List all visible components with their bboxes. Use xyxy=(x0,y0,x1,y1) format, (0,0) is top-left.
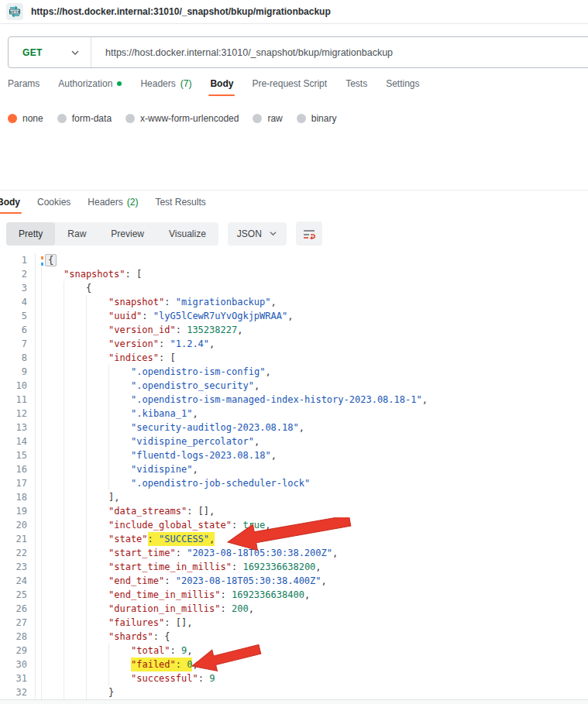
indent-guide xyxy=(64,532,86,546)
code-line: 11".opendistro-ism-managed-index-history… xyxy=(0,393,588,407)
format-select-value: JSON xyxy=(237,228,262,239)
radio-x-www-form-urlencoded[interactable]: x-www-form-urlencoded xyxy=(126,113,239,124)
token-p: : xyxy=(221,589,232,600)
radio-label: x-www-form-urlencoded xyxy=(140,113,239,124)
view-mode-segments: PrettyRawPreviewVisualize xyxy=(6,222,218,246)
indent-guide xyxy=(41,630,64,644)
body-mode-radios: noneform-datax-www-form-urlencodedrawbin… xyxy=(8,113,336,124)
indent-guide xyxy=(64,448,86,462)
response-tab-test-results[interactable]: Test Results xyxy=(155,197,205,214)
response-tab-headers[interactable]: Headers(2) xyxy=(88,197,138,214)
line-content: ".opendistro-ism-config", xyxy=(36,365,271,379)
line-number: 21 xyxy=(0,532,36,546)
indent-guide xyxy=(41,532,64,546)
token-p: : [], xyxy=(187,506,215,517)
indent-guide xyxy=(41,337,64,351)
code-line: 31"successful": 9 xyxy=(0,671,588,685)
token-k: "shards" xyxy=(108,631,153,642)
indent-guide xyxy=(64,490,86,504)
radio-raw[interactable]: raw xyxy=(253,113,282,124)
section-divider xyxy=(0,190,588,191)
indent-guide xyxy=(41,504,64,518)
radio-binary[interactable]: binary xyxy=(297,113,337,124)
matched-brace-box: { xyxy=(45,254,57,266)
token-p: , xyxy=(332,548,338,558)
token-s: ".opendistro-ism-managed-index-history-2… xyxy=(131,394,422,405)
tab-settings[interactable]: Settings xyxy=(386,78,419,96)
code-line: 16"vidispine", xyxy=(0,462,588,476)
token-p: , xyxy=(187,645,192,656)
tab-params[interactable]: Params xyxy=(8,78,40,96)
token-p: { xyxy=(48,255,53,266)
radio-dot-icon xyxy=(57,114,67,123)
wrap-line-icon xyxy=(303,228,315,239)
code-line: 20"include_global_state": true, xyxy=(0,518,588,532)
indent-guide xyxy=(86,644,108,658)
tab-label: Params xyxy=(8,78,40,89)
radio-form-data[interactable]: form-data xyxy=(57,113,112,124)
code-line: 5"uuid": "lyG5lCewR7uYvOgkjpWRAA", xyxy=(0,309,588,323)
line-number: 9 xyxy=(0,365,36,379)
url-input[interactable]: https://host.docker.internal:31010/_snap… xyxy=(91,47,393,58)
indent-guide xyxy=(41,602,64,616)
tab-pre-request-script[interactable]: Pre-request Script xyxy=(252,78,327,96)
code-line: 2"snapshots": [ xyxy=(0,267,588,281)
view-mode-raw[interactable]: Raw xyxy=(55,222,98,246)
line-content: "state": "SUCCESS", xyxy=(36,532,215,546)
indent-guide xyxy=(86,658,108,671)
tab-headers[interactable]: Headers(7) xyxy=(140,78,191,96)
line-number: 10 xyxy=(0,379,36,393)
token-k: "start_time" xyxy=(108,548,176,558)
token-p: : xyxy=(176,658,187,671)
response-body-json[interactable]: 1{2"snapshots": [3{4"snapshot": "migrati… xyxy=(0,253,588,699)
code-line: 22"start_time": "2023-08-18T05:30:38.200… xyxy=(0,546,588,560)
tab-count-badge: (7) xyxy=(181,78,192,89)
request-tab-header: HTTP https://host.docker.internal:31010/… xyxy=(0,0,588,24)
view-mode-pretty[interactable]: Pretty xyxy=(6,222,55,246)
method-selector[interactable]: GET xyxy=(9,37,91,67)
format-select[interactable]: JSON xyxy=(228,222,287,246)
wrap-line-button[interactable] xyxy=(296,222,322,246)
line-content: ], xyxy=(36,490,119,504)
line-content: "include_global_state": true, xyxy=(36,518,271,532)
code-line: 23"start_time_in_millis": 1692336638200, xyxy=(0,560,588,574)
view-mode-preview[interactable]: Preview xyxy=(98,222,156,246)
indent-guide xyxy=(64,421,86,434)
token-k: "indices" xyxy=(108,352,159,363)
indent-guide xyxy=(41,323,64,337)
code-line: 24"end_time": "2023-08-18T05:30:38.400Z"… xyxy=(0,574,588,588)
line-number: 16 xyxy=(0,462,36,476)
token-k: "include_global_state" xyxy=(108,520,232,531)
token-p: : xyxy=(164,575,175,586)
token-p: , xyxy=(287,311,293,321)
code-line: 10".opendistro_security", xyxy=(0,379,588,393)
token-p: : xyxy=(232,520,242,531)
indent-guide xyxy=(86,685,108,699)
cursor-marks xyxy=(41,256,43,266)
chevron-down-icon xyxy=(269,231,277,236)
token-k: "start_time_in_millis" xyxy=(108,561,232,572)
token-p: : xyxy=(176,325,187,335)
indent-guide xyxy=(86,560,108,574)
token-p: , xyxy=(209,532,215,546)
tab-tests[interactable]: Tests xyxy=(346,78,367,96)
tab-label: Authorization xyxy=(58,78,112,89)
response-tab-cookies[interactable]: Cookies xyxy=(37,197,70,214)
indent-guide xyxy=(108,476,131,490)
svg-text:HTTP: HTTP xyxy=(9,10,20,14)
indent-guide xyxy=(41,448,64,462)
response-tab-body[interactable]: Body xyxy=(0,197,20,214)
code-line: 14"vidispine_percolator", xyxy=(0,434,588,448)
indent-guide xyxy=(41,644,64,658)
indent-guide xyxy=(41,462,64,476)
indent-guide xyxy=(64,658,86,671)
token-p: , xyxy=(254,380,260,391)
indent-guide xyxy=(41,671,64,685)
indent-guide xyxy=(64,351,86,365)
radio-none[interactable]: none xyxy=(8,113,43,124)
line-number: 7 xyxy=(0,337,36,351)
tab-body[interactable]: Body xyxy=(210,78,233,96)
indent-guide xyxy=(64,644,86,658)
tab-authorization[interactable]: Authorization xyxy=(58,78,122,96)
view-mode-visualize[interactable]: Visualize xyxy=(156,222,218,246)
